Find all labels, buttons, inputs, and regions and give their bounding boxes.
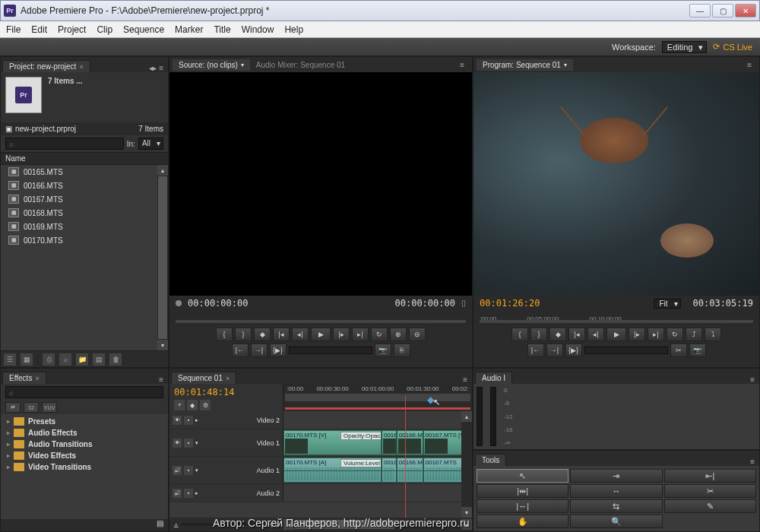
maximize-button[interactable]: ▢ [712,4,733,17]
program-zoom-dropdown[interactable]: Fit [654,299,680,309]
chevron-down-icon[interactable]: ▾ [564,62,567,68]
mark-out-button[interactable]: } [530,328,547,341]
tool-hand[interactable]: ✋ [477,515,568,528]
menu-sequence[interactable]: Sequence [123,24,164,35]
chevron-down-icon[interactable]: ▾ [241,62,244,68]
effects-tab[interactable]: Effects× [2,372,46,384]
close-icon[interactable]: × [35,375,39,382]
effects-folder-presets[interactable]: ▸Presets [1,416,168,427]
close-icon[interactable]: × [79,63,83,71]
tool-rate-stretch[interactable]: ↔ [570,484,662,498]
audio-mixer-tab[interactable]: Audio Mixer: Sequence 01 [250,59,351,71]
minimize-button[interactable]: — [689,4,711,17]
workspace-dropdown[interactable]: Editing [662,41,708,53]
menu-edit[interactable]: Edit [31,24,47,35]
mark-in-button[interactable]: { [511,328,528,341]
program-tab[interactable]: Program: Sequence 01 ▾ [477,59,573,71]
goto-next-button[interactable]: ▸| [352,328,369,341]
bin-item[interactable]: ▦00170.MTS [1,233,168,247]
panel-menu-icon[interactable]: ≡ [743,61,756,69]
tool-selection[interactable]: ↖ [477,469,568,483]
insert-button[interactable]: ⊕ [390,328,407,341]
effect-label[interactable]: Volume:Level [340,459,382,467]
bin-item[interactable]: ▦00168.MTS [1,206,168,220]
play-inout-button[interactable]: {▶} [565,344,582,357]
menu-window[interactable]: Window [242,24,274,35]
timeline-ruler[interactable]: :00:00 00:00:30:00 00:01:00:00 00:01:30:… [283,384,472,411]
goto-in-button[interactable]: |← [527,344,544,357]
track-head-v1[interactable]: 👁▪▾Video 1 [169,429,283,456]
playhead[interactable] [405,396,406,518]
tool-pen[interactable]: ✎ [664,499,756,513]
tool-rolling-edit[interactable]: |⇹| [477,484,568,498]
find-icon[interactable]: ⌕ [59,353,71,366]
bin-item[interactable]: ▦00169.MTS [1,220,168,233]
goto-prev-button[interactable]: |◂ [273,328,290,341]
menu-clip[interactable]: Clip [97,24,112,35]
project-name-column[interactable]: Name [1,152,168,165]
play-button[interactable]: ▶ [311,328,331,341]
panel-menu-icon[interactable]: ≡ [746,458,759,466]
source-viewport[interactable] [169,72,472,296]
project-search-input[interactable] [5,138,124,150]
goto-prev-button[interactable]: |◂ [568,328,585,341]
marker-icon[interactable]: ◆ [187,400,198,410]
project-in-dropdown[interactable]: All [138,138,163,150]
panel-menu-icon[interactable]: ◂▸ ≡ [144,64,168,72]
effect-label[interactable]: Opacity:Opacity [340,432,382,440]
project-tab[interactable]: Project: new-project× [2,60,90,72]
source-ruler[interactable] [169,311,472,326]
timeline-timecode[interactable]: 00:01:48:14 [174,387,278,397]
timeline-clip[interactable]: 00166.MTS [V] [397,430,423,455]
speaker-icon[interactable]: 🔊 [173,489,182,498]
timeline-vscroll[interactable]: ▴▾ [461,411,472,518]
tool-ripple-edit[interactable]: ⇤| [664,469,756,483]
snap-icon[interactable]: ⌖ [174,400,185,410]
effects-search-input[interactable] [5,386,163,398]
yuv-badge[interactable]: YUV [42,402,57,413]
step-fwd-button[interactable]: |▸ [629,328,645,341]
effects-folder-audio-transitions[interactable]: ▸Audio Transitions [1,439,168,450]
mark-in-button[interactable]: { [216,328,233,341]
bin-item[interactable]: ▦00166.MTS [1,179,168,192]
tool-slip[interactable]: |↔| [477,499,568,513]
overwrite-button[interactable]: ⊖ [409,328,426,341]
speaker-icon[interactable]: 🔊 [173,466,182,475]
effects-folder-audio-effects[interactable]: ▸Audio Effects [1,427,168,439]
extract-button[interactable]: ⤵ [705,328,721,341]
trim-button[interactable]: ✂ [670,344,687,357]
track-head-v2[interactable]: 👁▪▸Video 2 [169,411,283,429]
track-head-a1[interactable]: 🔊▪▾Audio 1 [169,457,283,483]
project-scrollbar[interactable]: ▴▾ [157,165,168,350]
lift-button[interactable]: ⤴ [686,328,702,341]
set-marker-button[interactable]: ◆ [254,328,271,341]
bin-item[interactable]: ▦00167.MTS [1,192,168,206]
track-head-a2[interactable]: 🔊▪▸Audio 2 [169,484,283,502]
tool-zoom[interactable]: 🔍 [570,515,662,528]
step-fwd-button[interactable]: |▸ [333,328,350,341]
program-viewport[interactable] [473,72,759,296]
new-bin-icon[interactable]: ▤ [157,519,163,531]
work-area-bar[interactable] [285,407,470,410]
effects-folder-video-transitions[interactable]: ▸Video Transitions [1,461,168,473]
close-icon[interactable]: × [226,375,230,382]
export-frame-button[interactable]: 📷 [375,344,391,357]
export-frame-button[interactable]: 📷 [689,344,706,357]
goto-out-button[interactable]: →| [546,344,563,357]
lock-icon[interactable]: ▪ [184,466,193,475]
jog-wheel[interactable] [584,347,668,354]
panel-menu-icon[interactable]: ≡ [154,375,168,384]
step-back-button[interactable]: ◂| [587,328,604,341]
32bit-badge[interactable]: 32 [24,402,39,413]
new-bin-icon[interactable]: 📁 [76,353,88,366]
trash-icon[interactable]: 🗑 [109,353,122,366]
tool-slide[interactable]: ⇆ [570,499,662,513]
goto-in-button[interactable]: |← [232,344,249,357]
list-view-icon[interactable]: ☰ [4,353,16,366]
loop-button[interactable]: ↻ [667,328,683,341]
panel-menu-icon[interactable]: ≡ [746,375,759,384]
play-inout-button[interactable]: {▶} [270,344,287,357]
automate-icon[interactable]: ⎙ [43,353,55,366]
output-button[interactable]: ⎘ [394,344,410,357]
source-tab[interactable]: Source: (no clips) ▾ [173,59,250,71]
